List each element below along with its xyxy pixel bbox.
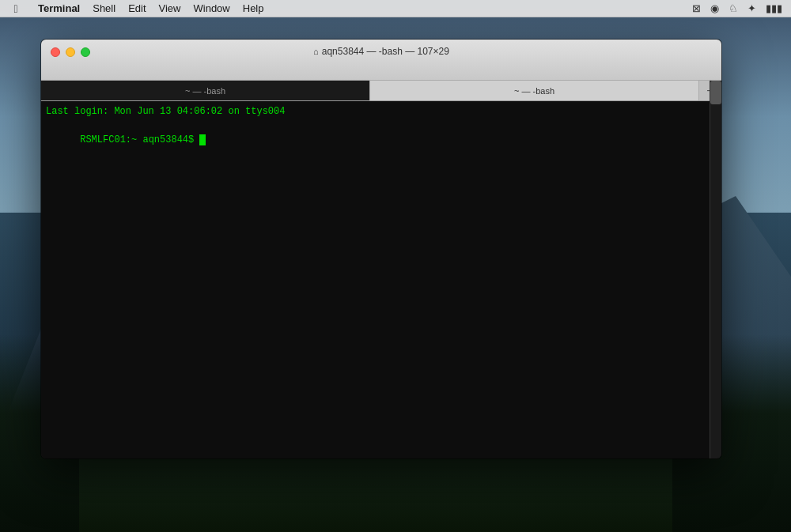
menu-window[interactable]: Window [187,0,237,17]
menubar-icon-phone[interactable]: ◉ [708,2,721,14]
tab-2[interactable]: ~ — -bash [370,81,699,100]
home-icon: ⌂ [313,47,319,56]
terminal-line-1: Last login: Mon Jun 13 04:06:02 on ttys0… [46,104,717,119]
menubar-icon-battery[interactable]: ▮▮▮ [763,2,785,14]
menu-terminal[interactable]: Terminal [32,0,86,17]
menubar-icon-evernote[interactable]: ♘ [726,2,740,14]
terminal-prompt: RSMLFC01:~ aqn53844$ [80,134,199,145]
terminal-content[interactable]: Last login: Mon Jun 13 04:06:02 on ttys0… [41,101,721,458]
window-title: ⌂ aqn53844 — -bash — 107×29 [41,46,721,57]
menu-view[interactable]: View [153,0,187,17]
tab-bar: ~ — -bash ~ — -bash + [41,81,721,101]
menubar-items: Terminal Shell Edit View Window Help [32,0,690,17]
window-title-text: aqn53844 — -bash — 107×29 [322,46,449,57]
title-bar: ⌂ aqn53844 — -bash — 107×29 [41,40,721,81]
menu-edit[interactable]: Edit [122,0,152,17]
menu-help[interactable]: Help [237,0,271,17]
menu-shell[interactable]: Shell [86,0,122,17]
terminal-cursor [199,134,206,145]
apple-menu[interactable]:  [0,2,32,15]
scrollbar-thumb[interactable] [710,81,721,104]
menubar:  Terminal Shell Edit View Window Help ⊠… [0,0,791,17]
menubar-icon-bluetooth[interactable]: ✦ [745,2,759,14]
terminal-window: ⌂ aqn53844 — -bash — 107×29 ~ — -bash ~ … [41,40,721,458]
tab-1[interactable]: ~ — -bash [41,81,370,100]
terminal-line-2: RSMLFC01:~ aqn53844$ [46,119,717,161]
menubar-right: ⊠ ◉ ♘ ✦ ▮▮▮ [690,2,791,14]
menubar-icon-escape[interactable]: ⊠ [690,2,703,14]
scrollbar[interactable] [710,81,721,458]
